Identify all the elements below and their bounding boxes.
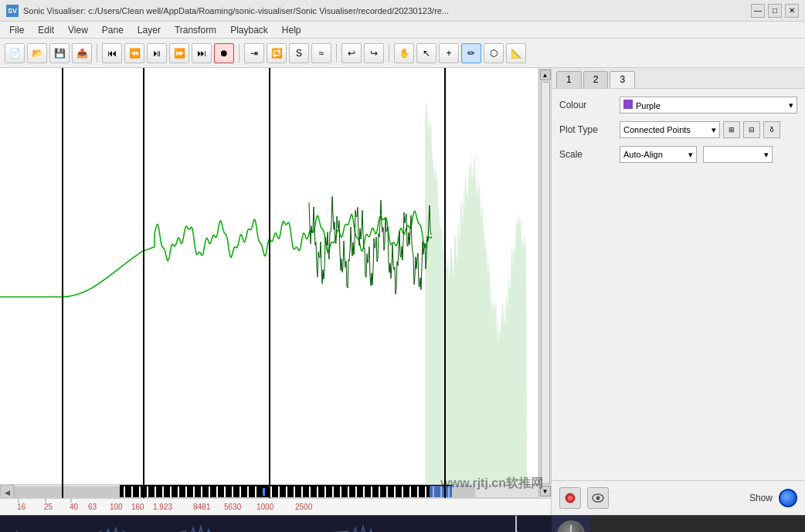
menu-pane[interactable]: Pane [96, 23, 130, 37]
fast-forward-button[interactable]: ⏩ [169, 43, 189, 63]
open-button[interactable]: 📂 [27, 43, 47, 63]
export-button[interactable]: 📤 [72, 43, 92, 63]
playback-knob[interactable] [557, 520, 585, 533]
titlebar: SV Sonic Visualiser: c:/Users/Clean well… [0, 0, 805, 22]
show-toggle[interactable] [779, 489, 797, 507]
scale-dropdown[interactable]: Auto-Align ▾ [620, 146, 697, 163]
save-button[interactable]: 💾 [49, 43, 70, 63]
marker-line-1 [62, 68, 63, 498]
tab-2[interactable]: 2 [583, 71, 609, 88]
svg-rect-9 [178, 486, 179, 497]
svg-text:8481: 8481 [193, 503, 211, 511]
close-button[interactable]: ✕ [785, 4, 799, 18]
svg-rect-2 [124, 486, 125, 497]
loop-button[interactable]: 🔁 [267, 43, 287, 63]
svg-text:25: 25 [44, 503, 53, 511]
menu-playback[interactable]: Playback [224, 23, 274, 37]
menu-help[interactable]: Help [276, 23, 307, 37]
svg-text:160: 160 [131, 503, 144, 511]
pan-button[interactable]: ✋ [394, 43, 414, 63]
svg-rect-50 [2, 499, 549, 515]
menu-view[interactable]: View [62, 23, 94, 37]
ruler-svg: 16 25 40 63 100 160 1.923 8481 5630 1000… [2, 499, 549, 515]
tabs-row: 1 2 3 [552, 68, 805, 89]
menu-file[interactable]: File [3, 23, 30, 37]
navigation-bar [0, 515, 805, 532]
redo-button[interactable]: ↪ [364, 43, 384, 63]
waveform-panel[interactable]: ▲ ▼ [0, 68, 552, 515]
svg-rect-22 [278, 486, 280, 497]
menu-layer[interactable]: Layer [131, 23, 167, 37]
bar-type-button-2[interactable]: ⊟ [743, 121, 760, 138]
colour-row: Colour Purple ▾ [559, 97, 797, 114]
svg-rect-23 [286, 486, 287, 497]
svg-rect-31 [348, 486, 349, 497]
titlebar-controls: — □ ✕ [751, 4, 799, 18]
minimize-button[interactable]: — [751, 4, 765, 18]
svg-rect-5 [147, 486, 148, 497]
vertical-scrollbar[interactable]: ▲ ▼ [538, 68, 551, 498]
svg-rect-18 [247, 486, 249, 497]
svg-rect-8 [170, 486, 172, 497]
svg-text:40: 40 [70, 503, 79, 511]
tab-1[interactable]: 1 [556, 71, 582, 88]
svg-text:16: 16 [17, 503, 26, 511]
svg-rect-33 [363, 486, 365, 497]
svg-rect-46 [0, 486, 120, 497]
menu-edit[interactable]: Edit [32, 23, 60, 37]
scroll-up-arrow[interactable]: ▲ [540, 69, 551, 80]
svg-rect-28 [324, 486, 326, 497]
ruler: 16 25 40 63 100 160 1.923 8481 5630 1000… [0, 498, 551, 515]
sep4 [389, 44, 389, 63]
rewind-button[interactable]: ⏪ [124, 43, 144, 63]
svg-text:1000: 1000 [256, 503, 274, 511]
properties-panel: Colour Purple ▾ Plot Type Connected Poin… [552, 89, 805, 171]
plot-type-control: Connected Points ▾ ⊞ ⊟ δ [620, 121, 797, 138]
select-button[interactable]: ↖ [416, 43, 436, 63]
svg-text:1.923: 1.923 [153, 503, 172, 511]
maximize-button[interactable]: □ [768, 4, 782, 18]
skip-start-button[interactable]: ⏮ [102, 43, 122, 63]
colour-dropdown[interactable]: Purple ▾ [620, 97, 797, 114]
toolbar: 📄 📂 💾 📤 ⏮ ⏪ ⏯ ⏩ ⏭ ⏺ ⇥ 🔁 S ≈ ↩ ↪ ✋ ↖ + ✏ … [0, 39, 805, 68]
show-icon-red[interactable] [559, 487, 581, 509]
import-button[interactable]: ⇥ [244, 43, 264, 63]
svg-rect-25 [301, 486, 303, 497]
plot-type-label: Plot Type [559, 124, 613, 135]
zoom-in-button[interactable]: + [439, 43, 459, 63]
bar-type-button-3[interactable]: δ [763, 121, 780, 138]
sep2 [239, 44, 239, 63]
svg-rect-10 [185, 486, 187, 497]
svg-point-66 [568, 496, 572, 500]
knob-area [552, 516, 590, 533]
tab-3[interactable]: 3 [610, 71, 635, 88]
right-panel: 1 2 3 Colour Purple ▾ [552, 68, 805, 515]
draw-button[interactable]: ✏ [461, 43, 481, 63]
show-row: Show [552, 480, 805, 515]
scale-value-dropdown[interactable]: ▾ [703, 146, 773, 163]
slow-button[interactable]: S [289, 43, 309, 63]
play-pause-button[interactable]: ⏯ [147, 43, 167, 63]
nav-right [590, 516, 805, 532]
plot-type-dropdown[interactable]: Connected Points ▾ [620, 121, 720, 138]
scale-control: Auto-Align ▾ ▾ [620, 146, 797, 163]
undo-button[interactable]: ↩ [341, 43, 362, 63]
show-icon-eye-svg [591, 491, 605, 505]
marker-line-3 [269, 68, 270, 498]
svg-rect-6 [155, 486, 156, 497]
show-icon-eye[interactable] [587, 487, 609, 509]
menu-transform[interactable]: Transform [168, 23, 222, 37]
svg-text:◀: ◀ [5, 489, 10, 496]
new-button[interactable]: 📄 [5, 43, 25, 63]
svg-rect-15 [224, 486, 226, 497]
svg-text:5630: 5630 [224, 503, 242, 511]
measure-button[interactable]: 📐 [506, 43, 526, 63]
svg-rect-14 [216, 486, 218, 497]
record-button[interactable]: ⏺ [214, 43, 234, 63]
skip-end-button[interactable]: ⏭ [192, 43, 212, 63]
shape-button[interactable]: ⬡ [484, 43, 504, 63]
scroll-track-vertical[interactable] [541, 82, 550, 484]
nav-waveform[interactable] [0, 516, 552, 532]
sync-button[interactable]: ≈ [311, 43, 331, 63]
bar-type-button-1[interactable]: ⊞ [723, 121, 740, 138]
